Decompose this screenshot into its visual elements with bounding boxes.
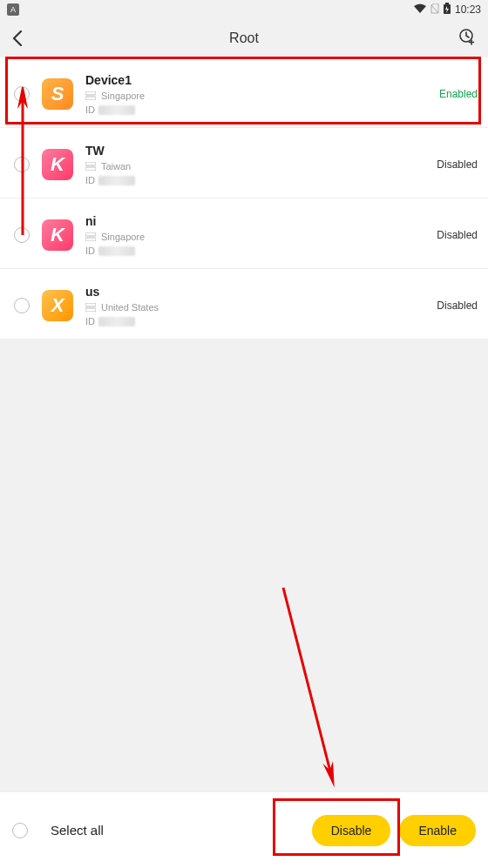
select-all-toggle[interactable]: Select all <box>12 823 104 838</box>
device-name: ni <box>85 214 428 228</box>
id-value-redacted <box>98 317 135 326</box>
wifi-icon <box>413 3 427 17</box>
app-icon: K <box>42 219 73 251</box>
row-content: Device1SingaporeID <box>85 73 430 115</box>
svg-rect-11 <box>85 308 96 312</box>
svg-line-0 <box>431 5 438 13</box>
header: Root <box>0 19 488 57</box>
id-value-redacted <box>98 246 135 256</box>
country-name: United States <box>101 302 159 313</box>
status-right: 10:23 <box>413 3 481 17</box>
row-radio[interactable] <box>14 86 30 102</box>
select-all-label: Select all <box>51 823 104 838</box>
sim-icon <box>430 3 439 17</box>
device-name: Device1 <box>85 73 430 87</box>
row-content: niSingaporeID <box>85 214 428 256</box>
svg-rect-6 <box>85 162 96 165</box>
status-badge: Disabled <box>437 229 478 241</box>
battery-icon <box>443 3 451 17</box>
status-badge: Enabled <box>439 88 478 100</box>
select-all-radio[interactable] <box>12 823 28 838</box>
row-content: usUnited StatesID <box>85 285 428 326</box>
app-icon: K <box>42 149 73 180</box>
status-badge: Disabled <box>437 299 478 312</box>
server-icon <box>85 303 96 312</box>
id-label: ID <box>85 316 95 326</box>
device-row[interactable]: KniSingaporeIDDisabled <box>0 198 488 269</box>
app-icon: S <box>42 78 73 110</box>
country-name: Taiwan <box>101 161 131 172</box>
id-line: ID <box>85 104 430 115</box>
bottom-bar: Select all Disable Enable <box>0 791 488 868</box>
svg-rect-8 <box>85 232 96 236</box>
clock-text: 10:23 <box>455 3 481 16</box>
enable-button[interactable]: Enable <box>399 815 476 846</box>
device-name: us <box>85 285 428 299</box>
id-line: ID <box>85 175 428 185</box>
row-content: TWTaiwanID <box>85 144 428 185</box>
svg-rect-5 <box>85 97 96 100</box>
status-bar: A 10:23 <box>0 0 488 19</box>
country-name: Singapore <box>101 91 145 101</box>
device-row[interactable]: KTWTaiwanIDDisabled <box>0 128 488 198</box>
id-label: ID <box>85 104 95 115</box>
id-line: ID <box>85 316 428 326</box>
status-badge: Disabled <box>437 158 478 171</box>
id-line: ID <box>85 246 428 256</box>
svg-rect-2 <box>445 3 449 4</box>
svg-rect-10 <box>85 303 96 306</box>
app-icon: X <box>42 290 73 321</box>
svg-rect-9 <box>85 238 96 241</box>
server-icon <box>85 232 96 241</box>
back-button[interactable] <box>12 30 23 46</box>
page-title: Root <box>229 30 259 46</box>
id-label: ID <box>85 175 95 185</box>
device-list: SDevice1SingaporeIDEnabledKTWTaiwanIDDis… <box>0 57 488 339</box>
id-value-redacted <box>98 105 135 115</box>
id-value-redacted <box>98 176 135 185</box>
svg-rect-7 <box>85 167 96 171</box>
disable-button[interactable]: Disable <box>312 815 391 846</box>
server-icon <box>85 91 96 100</box>
id-label: ID <box>85 246 95 256</box>
country-line: Singapore <box>85 91 430 101</box>
server-icon <box>85 162 96 171</box>
svg-rect-4 <box>85 91 96 95</box>
annotation-arrow-diag <box>279 583 349 792</box>
action-buttons: Disable Enable <box>312 815 476 846</box>
row-radio[interactable] <box>14 157 30 172</box>
device-name: TW <box>85 144 428 158</box>
country-name: Singapore <box>101 232 145 242</box>
country-line: Singapore <box>85 232 428 242</box>
history-add-icon[interactable] <box>458 28 476 49</box>
device-row[interactable]: XusUnited StatesIDDisabled <box>0 269 488 339</box>
svg-line-13 <box>283 588 331 775</box>
row-radio[interactable] <box>14 298 30 313</box>
device-row[interactable]: SDevice1SingaporeIDEnabled <box>0 57 488 128</box>
row-radio[interactable] <box>14 227 30 243</box>
status-left: A <box>7 3 19 16</box>
country-line: Taiwan <box>85 161 428 172</box>
country-line: United States <box>85 302 428 313</box>
keyboard-indicator: A <box>7 3 19 16</box>
